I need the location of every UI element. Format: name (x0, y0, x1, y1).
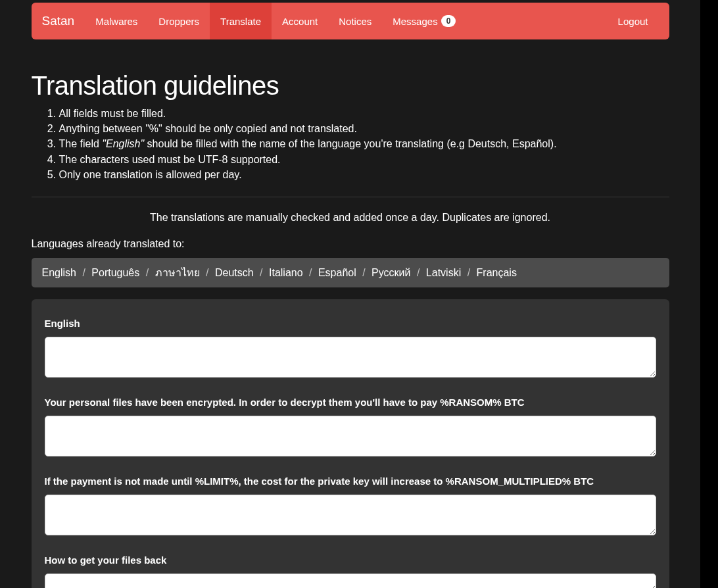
translation-note: The translations are manually checked an… (32, 212, 669, 224)
language-item: Français (477, 267, 517, 278)
language-item: Deutsch (215, 267, 254, 278)
languages-label: Languages already translated to: (32, 238, 669, 250)
content: Translation guidelines All fields must b… (32, 71, 669, 588)
form-label: If the payment is not made until %LIMIT%… (45, 476, 656, 487)
english-input[interactable] (45, 337, 656, 378)
language-item: Русский (371, 267, 410, 278)
form-label: English (45, 318, 656, 329)
messages-badge: 0 (441, 15, 456, 28)
guidelines-list: All fields must be filled. Anything betw… (32, 106, 669, 182)
guideline-item: The field "English" should be filled wit… (59, 136, 669, 151)
guideline-item: Only one translation is allowed per day. (59, 167, 669, 182)
guideline-item: Anything between "%" should be only copi… (59, 121, 669, 136)
howto-input[interactable] (45, 574, 656, 588)
encrypted-input[interactable] (45, 416, 656, 456)
brand[interactable]: Satan (42, 14, 85, 28)
language-item: Latviski (426, 267, 461, 278)
form-panel: English Your personal files have been en… (32, 299, 669, 588)
nav-item-messages-label: Messages (393, 16, 437, 27)
language-item: Português (91, 267, 139, 278)
nav-item-droppers[interactable]: Droppers (148, 3, 210, 39)
language-item: Italiano (269, 267, 303, 278)
form-label: How to get your files back (45, 554, 656, 566)
nav-item-translate[interactable]: Translate (210, 3, 272, 39)
form-label: Your personal files have been encrypted.… (45, 397, 656, 408)
nav-item-account[interactable]: Account (272, 3, 328, 39)
divider (32, 197, 669, 197)
nav-items: Malwares Droppers Translate Account Noti… (85, 3, 466, 39)
languages-bar: English / Português / ภาษาไทย / Deutsch … (32, 258, 669, 287)
nav-item-logout[interactable]: Logout (608, 16, 659, 27)
guideline-item: All fields must be filled. (59, 106, 669, 121)
nav-item-messages[interactable]: Messages 0 (382, 3, 466, 39)
window-edge (700, 0, 718, 588)
language-item: ภาษาไทย (155, 267, 200, 278)
nav-item-notices[interactable]: Notices (328, 3, 382, 39)
form-group-english: English (45, 318, 656, 380)
language-item: Español (318, 267, 356, 278)
nav-item-malwares[interactable]: Malwares (85, 3, 148, 39)
guideline-item: The characters used must be UTF-8 suppor… (59, 152, 669, 167)
form-group-howto: How to get your files back (45, 554, 656, 588)
form-group-limit: If the payment is not made until %LIMIT%… (45, 476, 656, 537)
language-item: English (42, 267, 76, 278)
form-group-encrypted: Your personal files have been encrypted.… (45, 397, 656, 458)
page-title: Translation guidelines (32, 71, 669, 101)
navbar: Satan Malwares Droppers Translate Accoun… (32, 3, 669, 39)
limit-input[interactable] (45, 495, 656, 535)
